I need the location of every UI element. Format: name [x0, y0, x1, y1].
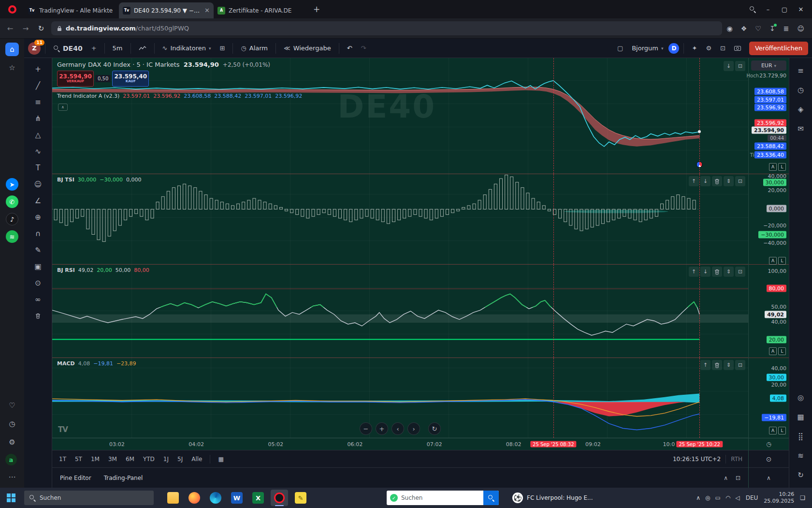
browser-tab[interactable]: TvTradingView - Alle Märkte	[24, 2, 119, 18]
range-3m-button[interactable]: 3M	[107, 455, 118, 463]
clock-label[interactable]: 10:26:15 UTC+2	[673, 456, 721, 463]
currency-button[interactable]: EUR▾	[751, 60, 786, 71]
snapshot-icon[interactable]: ◉	[727, 25, 733, 32]
tray-chevron-icon[interactable]: ∧	[696, 494, 700, 501]
range-1t-button[interactable]: 1T	[58, 455, 67, 463]
range-5j-button[interactable]: 5J	[176, 455, 184, 463]
alert-button[interactable]: ◷ Alarm	[237, 41, 271, 56]
tray-location-icon[interactable]: ◎	[705, 494, 710, 501]
close-button[interactable]: ✕	[797, 6, 805, 13]
pane-down-button[interactable]: ↓	[700, 176, 710, 186]
text-tool-icon[interactable]: T	[30, 160, 46, 176]
easy-setup-icon[interactable]: ≣	[783, 25, 789, 32]
layout-name-button[interactable]: Bjorgum ▾	[628, 41, 667, 56]
explorer-icon[interactable]	[164, 490, 182, 506]
zoom-tool-icon[interactable]: ⊕	[30, 209, 46, 225]
tab-search-icon[interactable]	[749, 6, 756, 13]
session-label[interactable]: RTH	[731, 456, 742, 463]
range-5t-button[interactable]: 5T	[74, 455, 83, 463]
maximize-button[interactable]: ▢	[780, 6, 789, 13]
reset-chart-button[interactable]: ↻	[428, 422, 441, 435]
buy-button[interactable]: 23.595,40 KAUF	[112, 71, 149, 87]
keyboard-language[interactable]: DEU	[746, 494, 758, 501]
tsi-pane[interactable]: BJ TSI30,000−30,0000,000 ↑↓⇕⊡	[52, 174, 748, 264]
favorites-icon[interactable]: ♡	[755, 25, 761, 32]
forward-button[interactable]: →	[20, 24, 31, 33]
settings-icon[interactable]: ⚙	[5, 435, 19, 449]
tab-close-icon[interactable]: ✕	[204, 7, 210, 14]
scroll-right-button[interactable]: ›	[407, 422, 420, 435]
objects-tree-icon[interactable]: ◈	[793, 101, 809, 118]
draw-pencil-icon[interactable]: ✎	[30, 242, 46, 258]
tsi-legend[interactable]: BJ TSI30,000−30,0000,000	[57, 177, 142, 183]
broker-icon[interactable]: ≋	[793, 447, 809, 464]
trash-tool-icon[interactable]	[30, 308, 46, 324]
magnet-tool-icon[interactable]: ∩	[30, 225, 46, 241]
pane-maximize-button[interactable]: ⊡	[735, 360, 745, 370]
range-alle-button[interactable]: Alle	[190, 455, 203, 463]
scale-l-button[interactable]: L	[778, 347, 786, 355]
lock-all-icon[interactable]: ▣	[30, 258, 46, 274]
opera-menu-button[interactable]	[0, 0, 24, 18]
web-search-box[interactable]: ✓ Suchen	[387, 491, 499, 505]
indicator-templates-button[interactable]: ⊞	[217, 41, 229, 56]
scale-a-button[interactable]: A	[769, 427, 777, 434]
tray-battery-icon[interactable]: ▭	[715, 494, 721, 501]
goto-date-button[interactable]: ▦	[217, 455, 224, 463]
calendar-icon[interactable]: ▦	[793, 408, 809, 426]
messenger-icon[interactable]: ➤	[6, 178, 18, 191]
more-icon[interactable]: ⋯	[5, 470, 19, 484]
web-search-button[interactable]	[483, 491, 499, 505]
patterns-tool-icon[interactable]: △	[30, 127, 46, 143]
measure-tool-icon[interactable]: ∠	[30, 193, 46, 209]
apps-grid-icon[interactable]: ⣿	[793, 428, 809, 445]
new-tab-button[interactable]: +	[309, 2, 324, 16]
pane-delete-button[interactable]	[712, 176, 722, 186]
extensions-icon[interactable]: ❖	[741, 25, 747, 32]
minimize-button[interactable]: –	[764, 6, 772, 13]
time-axis[interactable]: 03:0204:0205:0206:0207:0208:0225 Sep '25…	[52, 438, 748, 450]
range-1m-button[interactable]: 1M	[90, 455, 101, 463]
pane-down-button[interactable]: ↓	[700, 267, 710, 277]
symbol-search-button[interactable]: DE40	[50, 41, 86, 56]
pane-up-button[interactable]: ↑	[689, 176, 699, 186]
chart-settings-button[interactable]: ⚙	[702, 41, 715, 56]
chat-icon[interactable]: ✉	[793, 120, 809, 137]
chart-style-button[interactable]	[135, 41, 150, 56]
pane-up-button[interactable]: ↑	[689, 267, 699, 277]
snapshot-button[interactable]	[731, 41, 744, 56]
pane-maximize-button[interactable]: ⊡	[735, 267, 745, 277]
opera-account-icon[interactable]: a	[5, 454, 17, 465]
history-icon[interactable]: ◷	[5, 417, 19, 431]
range-ytd-button[interactable]: YTD	[142, 455, 156, 463]
collapse-legend-button[interactable]: ∧	[58, 104, 68, 111]
scale-a-button[interactable]: A	[769, 163, 777, 171]
price-scale[interactable]: EUR▾ Hoch23.729,9023.608,5823.597,0123.5…	[749, 58, 789, 174]
range-6m-button[interactable]: 6M	[125, 455, 135, 463]
back-button[interactable]: ←	[5, 24, 15, 33]
home-icon[interactable]: ⌂	[5, 43, 19, 56]
opera-icon[interactable]	[271, 490, 288, 506]
watchlist-icon[interactable]: ≡	[793, 62, 809, 79]
downloads-icon[interactable]: ↧	[769, 25, 775, 32]
pane-expand-button[interactable]: ⇕	[724, 360, 734, 370]
redo-button[interactable]: ↷	[358, 41, 370, 56]
taskbar-search[interactable]: Suchen	[24, 491, 154, 505]
fib-tool-icon[interactable]: ≡	[30, 94, 46, 110]
tab-pine-editor[interactable]: Pine Editor	[60, 475, 91, 481]
notes-icon[interactable]: ✎	[292, 490, 309, 506]
pane-expand-button[interactable]: ⇕	[724, 267, 734, 277]
replay-button[interactable]: ≪ Wiedergabe	[280, 41, 334, 56]
interval-button[interactable]: 5m	[109, 41, 126, 56]
zoom-in-button[interactable]: +	[376, 422, 388, 435]
heart-icon[interactable]: ♡	[5, 399, 19, 412]
fullscreen-button[interactable]: ⊡	[717, 41, 729, 56]
scroll-left-button[interactable]: ‹	[392, 422, 404, 435]
spotify-icon[interactable]: ≋	[6, 230, 18, 243]
macd-scale[interactable]: 40,0030,0020,004,08−19,81AL	[749, 358, 789, 438]
alerts-icon[interactable]: ◷	[793, 81, 809, 99]
brush-tool-icon[interactable]: ∿	[30, 143, 46, 159]
hide-all-icon[interactable]: ⊙	[30, 275, 46, 291]
pane-up-button[interactable]: ↑	[700, 360, 710, 370]
scale-a-button[interactable]: A	[769, 257, 777, 265]
